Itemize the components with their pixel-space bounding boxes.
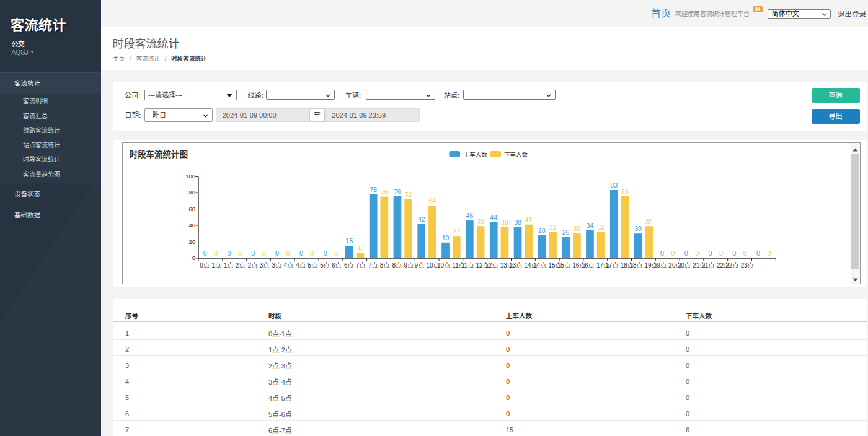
svg-text:0: 0: [275, 250, 279, 257]
svg-text:9点-10点: 9点-10点: [415, 262, 440, 269]
svg-text:0: 0: [203, 250, 207, 257]
svg-text:76: 76: [394, 188, 401, 195]
svg-text:60: 60: [188, 206, 195, 212]
svg-text:19: 19: [442, 234, 450, 242]
svg-text:76: 76: [621, 188, 629, 195]
svg-text:0点-1点: 0点-1点: [200, 262, 221, 269]
svg-text:5点-6点: 5点-6点: [320, 262, 341, 269]
svg-text:42: 42: [418, 216, 425, 223]
svg-text:26: 26: [562, 229, 570, 236]
svg-text:38: 38: [501, 219, 508, 226]
svg-text:0: 0: [262, 250, 266, 257]
svg-text:0: 0: [684, 250, 688, 257]
svg-text:0: 0: [238, 250, 242, 257]
svg-text:0: 0: [214, 250, 218, 257]
svg-text:32: 32: [597, 224, 604, 231]
svg-text:40: 40: [188, 222, 195, 229]
svg-text:4点-5点: 4点-5点: [296, 262, 317, 269]
svg-text:0: 0: [756, 250, 760, 257]
svg-text:0: 0: [324, 250, 327, 257]
svg-text:39: 39: [477, 218, 484, 225]
svg-text:0: 0: [286, 250, 290, 257]
svg-text:1点-2点: 1点-2点: [224, 262, 245, 269]
svg-text:0: 0: [311, 250, 314, 257]
svg-text:0: 0: [695, 250, 699, 257]
svg-text:78: 78: [370, 186, 377, 193]
svg-text:75: 75: [381, 188, 388, 196]
svg-text:27: 27: [453, 228, 460, 235]
svg-text:20: 20: [188, 238, 195, 245]
svg-text:0: 0: [732, 250, 736, 257]
svg-text:0: 0: [334, 250, 338, 257]
svg-text:28: 28: [538, 227, 546, 234]
svg-text:3点-4点: 3点-4点: [272, 262, 293, 269]
svg-text:64: 64: [429, 198, 436, 205]
svg-text:2点-3点: 2点-3点: [248, 262, 269, 269]
svg-text:7点-8点: 7点-8点: [368, 262, 389, 269]
svg-text:44: 44: [490, 214, 497, 221]
svg-text:0: 0: [768, 250, 771, 257]
svg-text:34: 34: [587, 222, 594, 229]
svg-text:6: 6: [358, 245, 362, 252]
svg-text:下车人数: 下车人数: [504, 151, 528, 158]
svg-text:30: 30: [634, 225, 642, 233]
svg-text:15: 15: [346, 238, 353, 245]
svg-text:83: 83: [610, 181, 618, 189]
svg-text:0: 0: [251, 250, 255, 257]
svg-text:38: 38: [514, 219, 521, 226]
svg-text:30: 30: [573, 225, 580, 233]
svg-text:80: 80: [188, 190, 195, 196]
svg-text:上车人数: 上车人数: [464, 151, 488, 158]
svg-text:6点-7点: 6点-7点: [344, 262, 365, 269]
svg-text:100: 100: [185, 173, 195, 180]
svg-text:8点-9点: 8点-9点: [392, 262, 414, 269]
svg-text:32: 32: [549, 224, 557, 231]
svg-text:0: 0: [708, 250, 712, 257]
svg-text:22点-23点: 22点-23点: [725, 262, 754, 269]
svg-text:39: 39: [645, 218, 653, 225]
svg-text:0: 0: [299, 250, 303, 257]
svg-text:0: 0: [743, 250, 747, 257]
svg-text:0: 0: [192, 255, 195, 262]
svg-text:0: 0: [227, 250, 231, 257]
svg-text:时段车流统计图: 时段车流统计图: [129, 149, 188, 159]
svg-text:41: 41: [525, 216, 533, 224]
svg-text:0: 0: [660, 250, 664, 257]
svg-text:0: 0: [671, 250, 675, 257]
svg-text:46: 46: [466, 212, 474, 220]
svg-text:72: 72: [405, 191, 412, 198]
svg-text:0: 0: [719, 250, 723, 257]
